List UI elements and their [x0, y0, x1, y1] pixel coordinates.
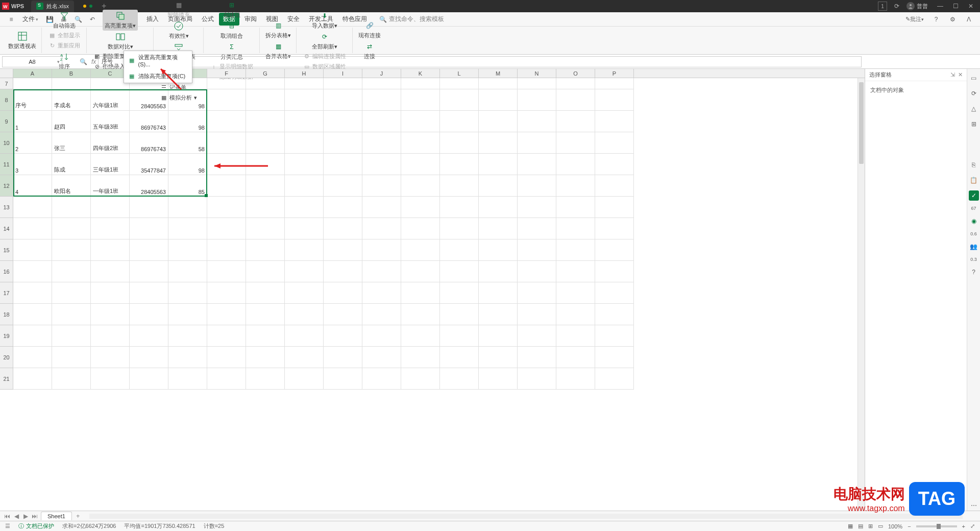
horizontal-scrollbar[interactable]	[89, 514, 963, 519]
sync-icon[interactable]: ⟳	[892, 2, 901, 11]
pin-icon[interactable]: ⇲	[950, 71, 955, 78]
row-header-19[interactable]: 19	[0, 325, 13, 347]
vertical-scrollbar[interactable]	[857, 78, 865, 511]
cell[interactable]: 五年级3班	[91, 111, 130, 132]
row-header-12[interactable]: 12	[0, 175, 13, 197]
rail-people-icon[interactable]: 👥	[969, 242, 979, 252]
cell[interactable]: 98	[168, 111, 207, 132]
row-header-21[interactable]: 21	[0, 368, 13, 390]
col-header-P[interactable]: P	[595, 69, 634, 78]
col-header-F[interactable]: F	[207, 69, 246, 78]
name-box[interactable]: A8	[2, 56, 62, 67]
cell[interactable]: 四年级2班	[91, 132, 130, 154]
col-header-I[interactable]: I	[324, 69, 362, 78]
col-header-M[interactable]: M	[479, 69, 518, 78]
cell[interactable]: 58	[168, 132, 207, 154]
cell[interactable]: 2	[13, 132, 52, 154]
clear-highlight-dup-item[interactable]: ▦ 清除高亮重复项(C)	[124, 70, 192, 83]
col-header-N[interactable]: N	[518, 69, 556, 78]
annotate-button[interactable]: ✎批注▾	[903, 13, 926, 26]
view-normal-icon[interactable]: ▦	[848, 523, 853, 529]
rail-check-icon[interactable]: ✓	[969, 190, 979, 201]
zoom-fx-icon[interactable]: 🔍	[80, 58, 87, 65]
cell[interactable]: 张三	[52, 132, 91, 154]
sheet-first-icon[interactable]: ⏮	[3, 512, 11, 520]
col-header-A[interactable]: A	[13, 69, 52, 78]
cell[interactable]: 一年级1班	[91, 175, 130, 197]
tab-formula[interactable]: 公式	[198, 13, 218, 26]
cell[interactable]: 86976743	[130, 111, 168, 132]
view-reading-icon[interactable]: ▭	[878, 523, 883, 529]
close-button[interactable]: ✕	[964, 1, 978, 11]
collapse-ribbon-icon[interactable]: ᐱ	[963, 13, 975, 26]
user-badge[interactable]: 普普	[906, 2, 928, 10]
row-header-14[interactable]: 14	[0, 218, 13, 239]
col-header-K[interactable]: K	[401, 69, 440, 78]
show-all-button[interactable]: ▦全部显示	[45, 31, 83, 40]
row-header-18[interactable]: 18	[0, 304, 13, 325]
col-header-J[interactable]: J	[362, 69, 401, 78]
rail-shape-icon[interactable]: △	[969, 104, 979, 114]
autofilter-button[interactable]: 自动筛选	[51, 10, 78, 31]
cell[interactable]: 赵四	[52, 111, 91, 132]
cell[interactable]: 4	[13, 175, 52, 197]
ungroup-button[interactable]: ⊟ 取消组合	[218, 20, 245, 41]
zoom-level[interactable]: 100%	[888, 523, 902, 529]
settings-icon[interactable]: ⚙	[946, 13, 959, 26]
cell[interactable]: 98	[168, 89, 207, 111]
cell[interactable]: 85	[168, 175, 207, 197]
row-header-20[interactable]: 20	[0, 347, 13, 368]
set-highlight-dup-item[interactable]: ▦ 设置高亮重复项(S)...	[124, 51, 192, 70]
reapply-button[interactable]: ↻重新应用	[45, 41, 83, 51]
col-header-O[interactable]: O	[556, 69, 595, 78]
sheet-prev-icon[interactable]: ◀	[12, 512, 20, 520]
cell[interactable]: 序号	[13, 89, 52, 111]
zoom-slider[interactable]	[916, 525, 957, 527]
rail-select-icon[interactable]: ▭	[969, 73, 979, 83]
tab-insert[interactable]: 插入	[142, 13, 163, 26]
maximize-button[interactable]: ☐	[948, 1, 963, 11]
import-data-button[interactable]: ⬇ 导入数据▾	[310, 10, 339, 31]
refresh-all-button[interactable]: ⟳ 全部刷新▾	[310, 31, 339, 52]
cell[interactable]: 3	[13, 154, 52, 175]
sheet-last-icon[interactable]: ⏭	[31, 512, 39, 520]
cell[interactable]: 28405563	[130, 175, 168, 197]
fullscreen-icon[interactable]: ⤢	[970, 523, 975, 529]
rail-paste-icon[interactable]: 📋	[969, 175, 979, 185]
col-header-H[interactable]: H	[285, 69, 324, 78]
rail-refresh-icon[interactable]: ⟳	[969, 88, 979, 99]
smart-fill-button[interactable]: ▦ 智能填充	[165, 0, 192, 20]
view-split-icon[interactable]: ⊞	[868, 523, 873, 529]
validation-button[interactable]: 有效性▾	[167, 20, 191, 41]
status-menu-icon[interactable]: ☰	[5, 523, 10, 529]
cell[interactable]: 28405563	[130, 89, 168, 111]
col-header-B[interactable]: B	[52, 69, 91, 78]
doc-protected-status[interactable]: ⓘ 文档已保护	[18, 522, 54, 530]
row-header-9[interactable]: 9	[0, 111, 13, 132]
fx-icon[interactable]: fx	[91, 58, 96, 65]
add-sheet-button[interactable]: +	[74, 512, 82, 520]
highlight-duplicates-button[interactable]: 高亮重复项▾	[103, 10, 138, 31]
col-header-L[interactable]: L	[440, 69, 479, 78]
cell[interactable]: 六年级1班	[91, 89, 130, 111]
view-page-icon[interactable]: ▤	[858, 523, 863, 529]
help-icon[interactable]: ?	[930, 13, 942, 26]
zoom-out-button[interactable]: −	[908, 523, 911, 529]
cell[interactable]	[13, 78, 52, 89]
formula-input[interactable]: 序号	[98, 56, 862, 67]
cell[interactable]: 欧阳名	[52, 175, 91, 197]
existing-conn-button[interactable]: 🔗 现有连接	[356, 19, 383, 40]
row-header-17[interactable]: 17	[0, 282, 13, 304]
sheet-next-icon[interactable]: ▶	[21, 512, 30, 520]
row-header-8[interactable]: 8	[0, 89, 13, 111]
rail-grid-icon[interactable]: ⊞	[969, 119, 979, 129]
split-table-button[interactable]: ▥ 拆分表格▾	[263, 19, 293, 40]
spreadsheet-grid[interactable]: A B C D E F G H I J K L M N O P 7 8	[0, 69, 865, 511]
cell[interactable]: 三年级1班	[91, 154, 130, 175]
rail-more-icon[interactable]: ⋯	[969, 500, 979, 511]
row-header-15[interactable]: 15	[0, 239, 13, 261]
undo-icon[interactable]: ↶	[86, 13, 99, 26]
cell[interactable]: 陈成	[52, 154, 91, 175]
hamburger-icon[interactable]: ≡	[5, 13, 17, 26]
row-header-11[interactable]: 11	[0, 154, 13, 175]
